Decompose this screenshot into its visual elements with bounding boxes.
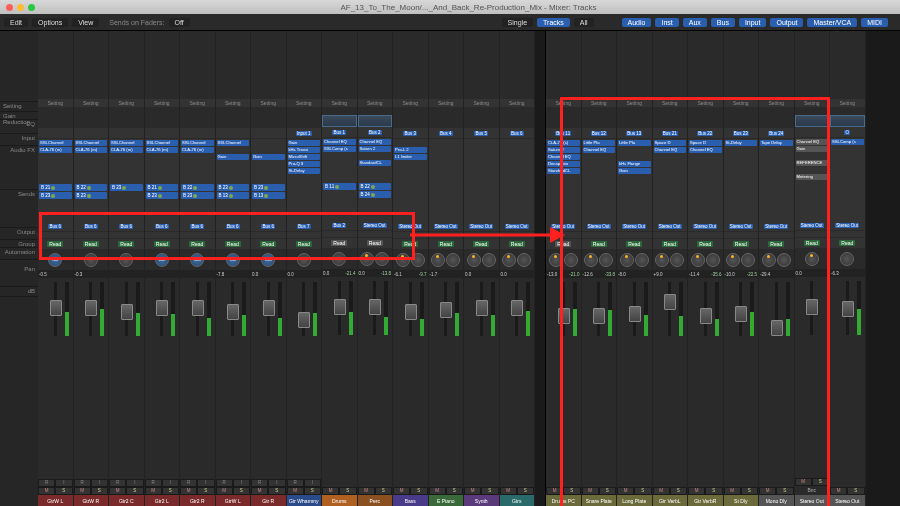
output-slot[interactable]: Stereo Out [653, 221, 688, 232]
audio-fx-slots[interactable]: SSLChannelCLA-76 (m) [145, 139, 180, 183]
sends-slots[interactable] [393, 183, 428, 221]
fx-insert[interactable]: Little Pla [618, 140, 651, 146]
fx-insert[interactable]: Decapitato [547, 161, 580, 167]
eq-thumbnail[interactable] [145, 115, 180, 128]
record-button[interactable]: R [251, 479, 268, 487]
audio-fx-slots[interactable]: Space DChannel EQ [653, 139, 688, 183]
fx-insert[interactable]: kHs Flange [618, 161, 651, 167]
fader[interactable] [759, 278, 794, 487]
group-slot[interactable] [322, 231, 357, 238]
fx-insert[interactable]: SSLChannel [181, 140, 214, 146]
eq-thumbnail[interactable] [216, 115, 251, 128]
setting-slot[interactable]: Setting [429, 99, 464, 108]
output-slot[interactable]: Stereo Out [500, 221, 535, 232]
mute-button[interactable]: M [653, 487, 670, 495]
fx-insert[interactable]: REFERENCE [796, 160, 829, 166]
input-monitor-button[interactable]: I [91, 479, 108, 487]
fx-insert[interactable]: Gain [217, 154, 250, 160]
audio-fx-slots[interactable]: SSLChannelGain [216, 139, 251, 183]
pan-control[interactable] [216, 250, 251, 270]
send-slot[interactable]: B 13 [217, 192, 250, 199]
fader[interactable] [216, 278, 251, 479]
mute-button[interactable]: M [180, 487, 197, 495]
send-slot[interactable]: B 23 [146, 192, 179, 199]
input-slot[interactable]: Bus 13 [617, 128, 652, 139]
output-slot[interactable]: Stereo Out [546, 221, 581, 232]
audio-fx-slots[interactable]: Channel EQSSLComp (s [322, 138, 357, 182]
input-monitor-button[interactable]: I [162, 479, 179, 487]
channel-name[interactable]: Stereo Out [830, 495, 865, 506]
solo-button[interactable]: S [517, 487, 534, 495]
solo-button[interactable]: S [599, 487, 616, 495]
setting-slot[interactable]: Setting [322, 99, 357, 108]
automation-mode[interactable]: Read [830, 238, 865, 249]
view-tracks[interactable]: Tracks [537, 18, 570, 27]
pan-control[interactable] [759, 250, 794, 270]
setting-slot[interactable]: Setting [830, 99, 865, 108]
solo-button[interactable]: S [304, 487, 321, 495]
setting-slot[interactable]: Setting [38, 99, 73, 108]
sends-slots[interactable] [688, 183, 723, 221]
fx-insert[interactable]: Gain [618, 168, 651, 174]
solo-button[interactable]: S [634, 487, 651, 495]
fx-insert[interactable]: Channel EQ [689, 147, 722, 153]
setting-slot[interactable]: Setting [759, 99, 794, 108]
channel-name[interactable]: E Piano [429, 495, 464, 506]
input-slot[interactable] [145, 128, 180, 139]
eq-thumbnail[interactable] [38, 115, 73, 128]
pan-control[interactable] [145, 250, 180, 270]
input-slot[interactable]: Bus 5 [464, 128, 499, 139]
fader[interactable] [724, 278, 759, 487]
pan-control[interactable] [393, 250, 428, 270]
group-slot[interactable] [180, 232, 215, 239]
solo-button[interactable]: S [410, 487, 427, 495]
sends-slots[interactable] [653, 183, 688, 221]
sends-slots[interactable]: B 21B 23 [38, 183, 73, 221]
view-menu[interactable]: View [72, 18, 99, 27]
mute-button[interactable]: M [617, 487, 634, 495]
sends-slots[interactable] [429, 183, 464, 221]
mute-button[interactable]: M [500, 487, 517, 495]
output-slot[interactable]: Stereo Out [795, 220, 830, 231]
fx-insert[interactable]: Gain [288, 140, 321, 146]
fx-insert[interactable]: CLA-76 (m) [181, 147, 214, 153]
fader[interactable] [500, 278, 535, 487]
input-slot[interactable]: Bus 24 [759, 128, 794, 139]
fx-insert[interactable]: Pro-L 2 [394, 147, 427, 153]
setting-slot[interactable]: Setting [216, 99, 251, 108]
send-slot[interactable]: B 22 [359, 183, 392, 190]
setting-slot[interactable]: Setting [180, 99, 215, 108]
eq-thumbnail[interactable] [546, 115, 581, 128]
sends-slots[interactable] [464, 183, 499, 221]
filter-bus[interactable]: Bus [711, 18, 735, 27]
fader[interactable] [287, 278, 322, 479]
mute-button[interactable]: M [724, 487, 741, 495]
fader[interactable] [582, 278, 617, 487]
fx-insert[interactable]: Space D [689, 140, 722, 146]
group-slot[interactable] [393, 232, 428, 239]
fx-insert[interactable]: L1 limiter [394, 154, 427, 160]
channel-name[interactable]: Gtr2 C [109, 495, 144, 506]
channel-name[interactable]: St Dly [724, 495, 759, 506]
channel-name[interactable]: Stereo Out [795, 495, 830, 506]
fx-insert[interactable]: kHs Transi [288, 147, 321, 153]
pan-control[interactable] [653, 250, 688, 270]
automation-mode[interactable]: Read [795, 238, 830, 249]
fx-insert[interactable]: SSLChannel [217, 140, 250, 146]
sends-slots[interactable]: B 23B 13 [216, 183, 251, 221]
input-slot[interactable] [216, 128, 251, 139]
pan-control[interactable] [358, 249, 393, 269]
pan-control[interactable] [180, 250, 215, 270]
setting-slot[interactable]: Setting [546, 99, 581, 108]
channel-name[interactable]: Drums PC [546, 495, 581, 506]
fader[interactable] [109, 278, 144, 479]
fx-insert[interactable]: CLA-76 (m) [146, 147, 179, 153]
fader[interactable] [38, 278, 73, 479]
eq-thumbnail[interactable] [653, 115, 688, 128]
input-slot[interactable]: Bus 22 [688, 128, 723, 139]
eq-thumbnail[interactable] [251, 115, 286, 128]
solo-button[interactable]: S [446, 487, 463, 495]
solo-button[interactable]: S [126, 487, 143, 495]
fx-insert[interactable]: CLA-76 (m) [39, 147, 72, 153]
automation-mode[interactable]: Read [322, 238, 357, 249]
